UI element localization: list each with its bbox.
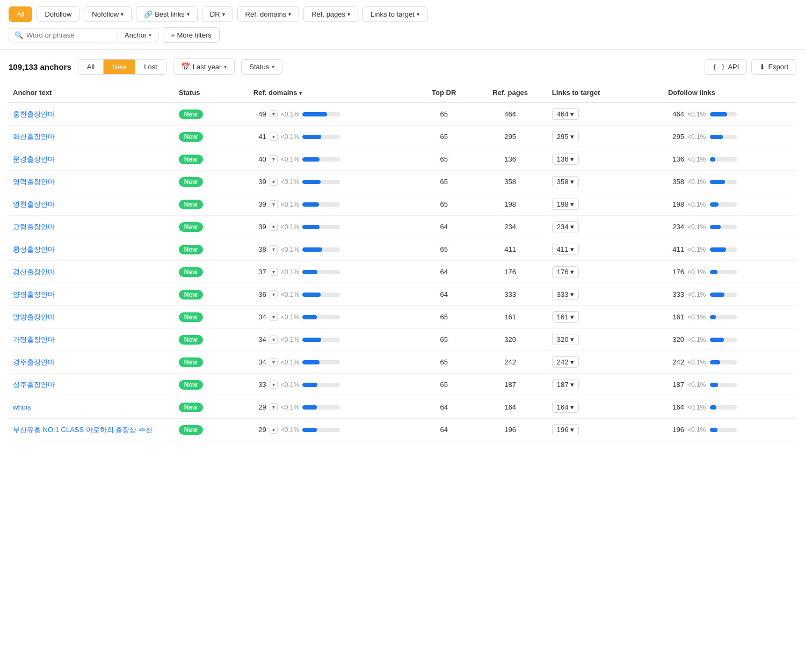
dofollow-cell: 187 <0.1% (668, 381, 792, 389)
dofollow-pct: <0.1% (687, 381, 707, 389)
dr-filter-btn[interactable]: DR ▾ (202, 6, 233, 22)
ref-domains-cell: 34 ▾ <0.1% (253, 335, 411, 344)
nofollow-filter-btn[interactable]: Nofollow ▾ (84, 6, 132, 22)
anchor-dropdown[interactable]: Anchor ▾ (118, 28, 158, 42)
ref-pages-chevron-icon: ▾ (347, 11, 350, 17)
links-to-target-box[interactable]: 187 ▾ (552, 379, 579, 390)
status-filter-btn[interactable]: Status ▾ (241, 59, 282, 75)
ref-domains-bar (302, 202, 340, 207)
table-row: 고령출장안마New 39 ▾ <0.1% 64234 234 ▾ 234 <0.… (9, 216, 796, 238)
ref-domains-dropdown[interactable]: ▾ (270, 110, 278, 118)
anchor-link[interactable]: 경산출장안마 (13, 268, 55, 276)
ref-domains-value: 38 (253, 245, 266, 253)
top-dr-value: 65 (415, 374, 473, 396)
ref-domains-dropdown[interactable]: ▾ (270, 426, 278, 434)
all-filter-btn[interactable]: All (9, 6, 32, 22)
links-to-target-box[interactable]: 196 ▾ (552, 424, 579, 435)
export-btn[interactable]: ⬇ Export (751, 59, 796, 75)
col-header-anchor: Anchor text (9, 83, 175, 103)
ref-pages-value: 136 (473, 148, 548, 171)
col-header-ref-domains[interactable]: Ref. domains ▾ (249, 83, 415, 103)
anchor-link[interactable]: 횡성출장안마 (13, 245, 55, 253)
ref-pages-value: 320 (473, 328, 548, 351)
table-header-row: Anchor text Status Ref. domains ▾ Top DR… (9, 83, 796, 103)
anchor-link[interactable]: 영천출장안마 (13, 200, 55, 208)
links-to-target-box[interactable]: 320 ▾ (552, 334, 579, 345)
anchor-link[interactable]: 고령출장안마 (13, 223, 55, 231)
tab-new[interactable]: New (104, 60, 135, 74)
ref-domains-dropdown[interactable]: ▾ (270, 358, 278, 366)
ref-domains-bar (302, 338, 340, 342)
ref-pages-value: 242 (473, 351, 548, 374)
api-btn[interactable]: { } API (705, 59, 747, 75)
ref-domains-dropdown[interactable]: ▾ (270, 178, 278, 186)
ref-domains-value: 40 (253, 155, 266, 163)
ref-domains-dropdown[interactable]: ▾ (270, 313, 278, 321)
content-area: 109,133 anchors All New Lost 📅 Last year… (0, 50, 805, 450)
links-to-target-filter-btn[interactable]: Links to target ▾ (362, 6, 427, 22)
ref-domains-pct: <0.1% (281, 111, 299, 118)
ref-domains-dropdown[interactable]: ▾ (270, 290, 278, 298)
anchor-link[interactable]: 가평출장안마 (13, 335, 55, 344)
ref-domains-cell: 40 ▾ <0.1% (253, 155, 411, 163)
ref-domains-bar-fill (302, 315, 317, 319)
table-row: 부산유흥 NO.1 CLASS 아로하의 출장샵 추천New 29 ▾ <0.1… (9, 419, 796, 441)
ref-domains-dropdown[interactable]: ▾ (270, 133, 278, 141)
ref-domains-cell: 39 ▾ <0.1% (253, 178, 411, 186)
ref-domains-dropdown[interactable]: ▾ (270, 335, 278, 344)
links-dropdown-icon: ▾ (570, 403, 574, 411)
links-to-target-box[interactable]: 136 ▾ (552, 154, 579, 165)
ref-pages-value: 161 (473, 306, 548, 328)
dofollow-bar (710, 428, 737, 432)
ref-domains-dropdown[interactable]: ▾ (270, 245, 278, 253)
anchor-link[interactable]: 홍천출장안마 (13, 110, 55, 118)
links-to-target-box[interactable]: 198 ▾ (552, 199, 579, 210)
dofollow-pct: <0.1% (687, 313, 707, 321)
ref-pages-filter-btn[interactable]: Ref. pages ▾ (303, 6, 358, 22)
links-to-target-box[interactable]: 176 ▾ (552, 266, 579, 277)
links-to-target-box[interactable]: 333 ▾ (552, 289, 579, 300)
links-to-target-box[interactable]: 242 ▾ (552, 356, 579, 368)
ref-domains-dropdown[interactable]: ▾ (270, 223, 278, 231)
links-to-target-cell: 161 ▾ (552, 311, 659, 323)
ref-domains-bar-fill (302, 112, 327, 116)
ref-domains-dropdown[interactable]: ▾ (270, 268, 278, 276)
links-to-target-box[interactable]: 358 ▾ (552, 176, 579, 187)
anchor-link[interactable]: 밀양출장안마 (13, 313, 55, 321)
more-filters-btn[interactable]: + More filters (163, 27, 220, 43)
ref-domains-cell: 39 ▾ <0.1% (253, 223, 411, 231)
anchor-link[interactable]: 양평출장안마 (13, 290, 55, 298)
ref-domains-dropdown[interactable]: ▾ (270, 155, 278, 163)
status-badge: New (179, 200, 203, 209)
links-to-target-box[interactable]: 234 ▾ (552, 221, 579, 232)
ref-domains-dropdown[interactable]: ▾ (270, 403, 278, 411)
dofollow-pct: <0.1% (687, 359, 707, 366)
date-filter-btn[interactable]: 📅 Last year ▾ (173, 59, 235, 75)
anchor-link[interactable]: whois (13, 403, 31, 411)
links-to-target-box[interactable]: 164 ▾ (552, 401, 579, 413)
table-row: 경산출장안마New 37 ▾ <0.1% 64176 176 ▾ 176 <0.… (9, 261, 796, 283)
dofollow-filter-btn[interactable]: Dofollow (37, 6, 79, 22)
anchor-link[interactable]: 부산유흥 NO.1 CLASS 아로하의 출장샵 추천 (13, 426, 153, 434)
ref-domains-sort-icon: ▾ (299, 90, 302, 96)
ref-domains-dropdown[interactable]: ▾ (270, 200, 278, 208)
dofollow-bar (710, 202, 737, 207)
links-to-target-box[interactable]: 411 ▾ (552, 244, 579, 255)
ref-domains-dropdown[interactable]: ▾ (270, 381, 278, 389)
anchor-link[interactable]: 화천출장안마 (13, 133, 55, 141)
anchor-link[interactable]: 경주출장안마 (13, 358, 55, 366)
best-links-filter-btn[interactable]: 🔗 Best links ▾ (136, 6, 198, 22)
tab-all[interactable]: All (78, 60, 104, 74)
anchor-link[interactable]: 상주출장안마 (13, 381, 55, 389)
links-to-target-box[interactable]: 295 ▾ (552, 131, 579, 142)
search-input[interactable] (26, 31, 112, 39)
links-to-target-box[interactable]: 161 ▾ (552, 311, 579, 323)
ref-domains-cell: 34 ▾ <0.1% (253, 358, 411, 366)
dofollow-value: 411 (668, 245, 684, 253)
ref-domains-filter-btn[interactable]: Ref. domains ▾ (237, 6, 300, 22)
anchor-link[interactable]: 문경출장안마 (13, 155, 55, 163)
ref-domains-value: 39 (253, 178, 266, 186)
tab-lost[interactable]: Lost (135, 60, 166, 74)
anchor-link[interactable]: 영덕출장안마 (13, 178, 55, 186)
links-to-target-box[interactable]: 464 ▾ (552, 108, 579, 120)
